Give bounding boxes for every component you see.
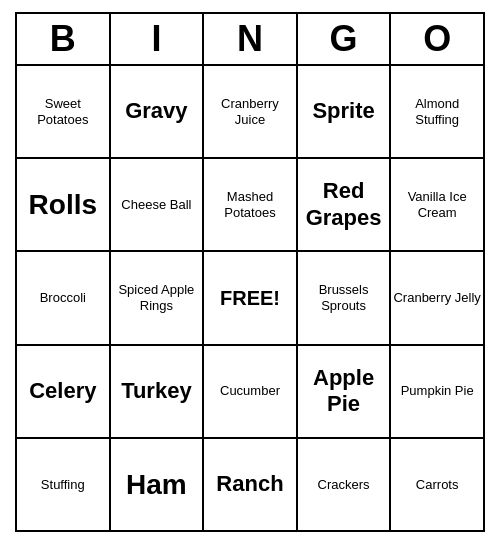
bingo-cell: Brussels Sprouts — [298, 252, 392, 343]
bingo-header-letter: N — [204, 14, 298, 64]
bingo-cell: Sweet Potatoes — [17, 66, 111, 157]
bingo-header-letter: B — [17, 14, 111, 64]
bingo-cell: Cucumber — [204, 346, 298, 437]
bingo-cell: Cranberry Juice — [204, 66, 298, 157]
bingo-header: BINGO — [17, 14, 483, 66]
bingo-cell: Ranch — [204, 439, 298, 530]
bingo-grid: Sweet PotatoesGravyCranberry JuiceSprite… — [17, 66, 483, 530]
bingo-cell: Ham — [111, 439, 205, 530]
bingo-cell: Stuffing — [17, 439, 111, 530]
bingo-header-letter: G — [298, 14, 392, 64]
bingo-cell: Cranberry Jelly — [391, 252, 483, 343]
bingo-cell: Mashed Potatoes — [204, 159, 298, 250]
bingo-card: BINGO Sweet PotatoesGravyCranberry Juice… — [15, 12, 485, 532]
bingo-header-letter: O — [391, 14, 483, 64]
bingo-cell: FREE! — [204, 252, 298, 343]
bingo-row: StuffingHamRanchCrackersCarrots — [17, 439, 483, 530]
bingo-row: CeleryTurkeyCucumberApple PiePumpkin Pie — [17, 346, 483, 439]
bingo-header-letter: I — [111, 14, 205, 64]
bingo-cell: Crackers — [298, 439, 392, 530]
bingo-cell: Cheese Ball — [111, 159, 205, 250]
bingo-cell: Red Grapes — [298, 159, 392, 250]
bingo-row: BroccoliSpiced Apple RingsFREE!Brussels … — [17, 252, 483, 345]
bingo-cell: Broccoli — [17, 252, 111, 343]
bingo-cell: Celery — [17, 346, 111, 437]
bingo-cell: Pumpkin Pie — [391, 346, 483, 437]
bingo-cell: Sprite — [298, 66, 392, 157]
bingo-cell: Gravy — [111, 66, 205, 157]
bingo-row: RollsCheese BallMashed PotatoesRed Grape… — [17, 159, 483, 252]
bingo-cell: Turkey — [111, 346, 205, 437]
bingo-cell: Carrots — [391, 439, 483, 530]
bingo-cell: Vanilla Ice Cream — [391, 159, 483, 250]
bingo-cell: Almond Stuffing — [391, 66, 483, 157]
bingo-row: Sweet PotatoesGravyCranberry JuiceSprite… — [17, 66, 483, 159]
bingo-cell: Spiced Apple Rings — [111, 252, 205, 343]
bingo-cell: Apple Pie — [298, 346, 392, 437]
bingo-cell: Rolls — [17, 159, 111, 250]
